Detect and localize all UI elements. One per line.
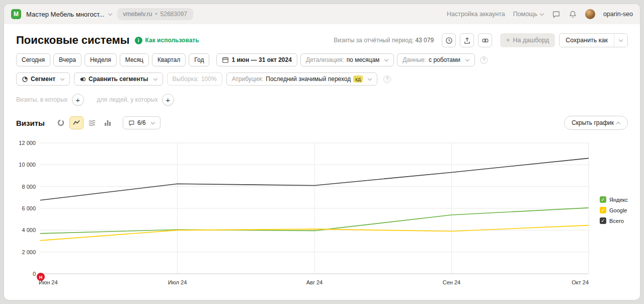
chevron-up-icon bbox=[616, 122, 620, 126]
sampling-button[interactable]: Выборка: 100% bbox=[167, 72, 222, 86]
legend-item[interactable]: ✓Всего bbox=[600, 217, 628, 224]
account-settings-link[interactable]: Настройка аккаунта bbox=[447, 11, 505, 18]
chevron-down-icon bbox=[384, 57, 388, 61]
date-range-button[interactable]: 1 июн — 31 окт 2024 bbox=[216, 53, 297, 66]
compare-segments-dropdown[interactable]: Сравнить сегменты bbox=[74, 72, 163, 86]
counter-switcher[interactable]: Мастер Мебель многост... bbox=[26, 11, 112, 18]
chevron-down-icon bbox=[465, 57, 469, 61]
how-to-use-link[interactable]: Как использовать bbox=[145, 37, 199, 44]
legend-item[interactable]: ✓Яндекс bbox=[600, 196, 628, 203]
chart-canvas[interactable]: 02 0004 0006 0008 00010 00012 000Июн 24И… bbox=[16, 137, 636, 289]
goals-dropdown[interactable]: 6/6 bbox=[123, 116, 160, 129]
speech-bubble-icon bbox=[128, 120, 135, 126]
data-mode-value: с роботами bbox=[429, 56, 460, 63]
history-button[interactable] bbox=[442, 33, 456, 47]
help-icon[interactable]: ? bbox=[383, 75, 391, 83]
svg-text:Сен 24: Сен 24 bbox=[443, 279, 460, 285]
clock-icon bbox=[445, 37, 453, 44]
save-as-dropdown[interactable] bbox=[614, 34, 627, 47]
legend-label: Всего bbox=[609, 218, 624, 224]
counter-id: 52683097 bbox=[160, 11, 187, 18]
svg-text:12 000: 12 000 bbox=[19, 140, 36, 146]
chart-legend: ✓Яндекс✓Google✓Всего bbox=[600, 196, 628, 224]
chart-type-switcher bbox=[54, 116, 115, 129]
preset-button[interactable]: Вчера bbox=[53, 53, 82, 66]
attribution-value: Последний значимый переход bbox=[266, 75, 351, 83]
counter-chip[interactable]: vmebelv.ru • 52683097 bbox=[117, 8, 193, 20]
svg-text:2 000: 2 000 bbox=[22, 249, 36, 255]
pie-icon bbox=[22, 76, 28, 83]
line-chart-icon bbox=[72, 119, 80, 127]
svg-text:Окт 24: Окт 24 bbox=[572, 279, 589, 285]
svg-text:Н: Н bbox=[39, 275, 43, 280]
add-visit-condition-button[interactable]: + bbox=[72, 94, 84, 106]
svg-text:8 000: 8 000 bbox=[22, 184, 36, 190]
export-button[interactable] bbox=[460, 33, 474, 47]
data-mode-label: Данные: bbox=[403, 56, 426, 63]
export-icon bbox=[463, 37, 471, 44]
drops-icon bbox=[481, 37, 489, 44]
dot-separator: • bbox=[155, 11, 157, 18]
plus-icon: + bbox=[166, 96, 170, 104]
preset-button[interactable]: Месяц bbox=[120, 53, 149, 66]
help-menu[interactable]: Помощь bbox=[513, 11, 544, 18]
detalization-dropdown[interactable]: Детализация: по месяцам bbox=[300, 53, 394, 66]
chart-type-bars-button[interactable] bbox=[101, 116, 115, 129]
visits-condition-label: Визиты, в которых bbox=[16, 96, 68, 103]
svg-text:4 000: 4 000 bbox=[22, 227, 36, 233]
chevron-down-icon bbox=[108, 12, 112, 16]
data-mode-dropdown[interactable]: Данные: с роботами bbox=[397, 53, 475, 66]
segment-bar: Сегмент Сравнить сегменты Выборка: 100% … bbox=[4, 72, 640, 86]
donut-chart-icon bbox=[57, 119, 65, 127]
counter-domain: vmebelv.ru bbox=[123, 11, 152, 18]
legend-label: Яндекс bbox=[609, 197, 628, 203]
metrica-logo[interactable]: М bbox=[11, 9, 21, 19]
chevron-down-icon bbox=[153, 77, 157, 81]
people-condition-label: для людей, у которых bbox=[97, 96, 158, 103]
add-to-dashboard-label: На дашборд bbox=[513, 37, 549, 44]
legend-label: Google bbox=[609, 207, 627, 213]
legend-item[interactable]: ✓Google bbox=[600, 207, 628, 213]
save-as-button[interactable]: Сохранить как bbox=[559, 34, 614, 47]
plus-icon: + bbox=[75, 96, 80, 104]
chart-type-pie-button[interactable] bbox=[54, 116, 68, 129]
info-icon: i bbox=[135, 37, 142, 44]
segment-dropdown[interactable]: Сегмент bbox=[16, 72, 70, 86]
segments-button[interactable] bbox=[478, 33, 492, 47]
venn-icon bbox=[79, 76, 86, 83]
visits-summary-value: 43 079 bbox=[415, 37, 434, 44]
preset-button[interactable]: Неделя bbox=[85, 53, 117, 66]
preset-button[interactable]: Год bbox=[189, 53, 209, 66]
save-as-group: Сохранить как bbox=[559, 33, 628, 47]
username[interactable]: oparin-seo bbox=[603, 11, 633, 18]
avatar[interactable] bbox=[585, 9, 595, 19]
bell-icon[interactable] bbox=[569, 10, 577, 19]
chart-type-line-button[interactable] bbox=[69, 116, 84, 129]
add-people-condition-button[interactable]: + bbox=[162, 94, 174, 106]
chevron-down-icon bbox=[368, 77, 372, 81]
preset-button[interactable]: Сегодня bbox=[16, 53, 50, 66]
goals-count: 6/6 bbox=[137, 119, 146, 126]
chart-title: Визиты bbox=[16, 119, 45, 127]
hide-chart-label: Скрыть график bbox=[572, 119, 614, 126]
legend-checkbox[interactable]: ✓ bbox=[600, 196, 606, 203]
legend-checkbox[interactable]: ✓ bbox=[600, 207, 606, 213]
plus-icon: + bbox=[506, 37, 510, 44]
topbar: М Мастер Мебель многост... vmebelv.ru • … bbox=[4, 4, 640, 24]
report-page: Поисковые системы i Как использовать Виз… bbox=[4, 24, 640, 289]
chat-icon[interactable] bbox=[552, 10, 560, 19]
hide-chart-button[interactable]: Скрыть график bbox=[564, 116, 628, 130]
app-window: М Мастер Мебель многост... vmebelv.ru • … bbox=[4, 4, 640, 300]
sampling-value: 100% bbox=[201, 75, 217, 83]
help-icon[interactable]: ? bbox=[480, 56, 488, 64]
visits-summary-label: Визиты за отчётный период: bbox=[334, 37, 414, 44]
preset-button[interactable]: Квартал bbox=[152, 53, 186, 66]
add-to-dashboard-button[interactable]: + На дашборд bbox=[500, 33, 555, 47]
logo-letter: М bbox=[14, 11, 19, 18]
visits-summary: Визиты за отчётный период: 43 079 bbox=[334, 37, 434, 44]
attribution-badge: кд bbox=[353, 75, 363, 83]
chart-type-area-button[interactable] bbox=[85, 116, 99, 129]
attribution-dropdown[interactable]: Атрибуция: Последний значимый переход кд bbox=[226, 72, 377, 86]
legend-checkbox[interactable]: ✓ bbox=[600, 217, 606, 224]
detalization-label: Детализация: bbox=[306, 56, 344, 63]
